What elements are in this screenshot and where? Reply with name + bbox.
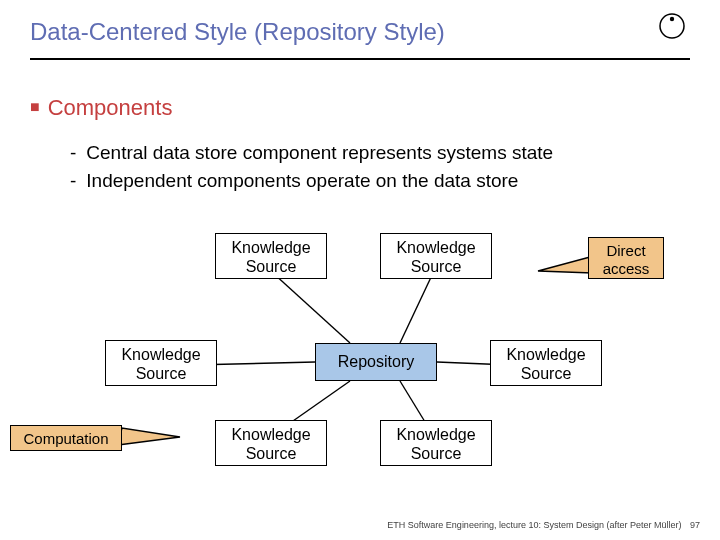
svg-point-1	[670, 17, 674, 21]
architecture-diagram: Knowledge Source Knowledge Source Knowle…	[60, 225, 660, 465]
box-label-line2: Source	[136, 365, 187, 382]
bullet-square-icon: ■	[30, 98, 40, 115]
section-heading: ■Components	[30, 95, 690, 121]
box-label-line1: Knowledge	[506, 346, 585, 363]
logo-icon	[658, 12, 686, 44]
box-label-line2: Source	[246, 445, 297, 462]
repository-label: Repository	[338, 353, 414, 370]
box-label-line1: Knowledge	[231, 426, 310, 443]
dash-icon: -	[70, 170, 76, 191]
box-label-line2: Source	[246, 258, 297, 275]
callout-computation: Computation	[10, 425, 122, 451]
slide-footer: ETH Software Engineering, lecture 10: Sy…	[387, 520, 700, 530]
svg-line-3	[400, 273, 433, 343]
callout-direct-access: Direct access	[588, 237, 664, 279]
title-bar: Data-Centered Style (Repository Style)	[30, 18, 690, 46]
sub-bullet-item: -Central data store component represents…	[70, 139, 690, 167]
sub-bullet-item: -Independent components operate on the d…	[70, 167, 690, 195]
slide-title: Data-Centered Style (Repository Style)	[30, 18, 690, 46]
content-area: ■Components -Central data store componen…	[30, 95, 690, 194]
footer-text: ETH Software Engineering, lecture 10: Sy…	[387, 520, 681, 530]
title-divider	[30, 58, 690, 60]
knowledge-source-box: Knowledge Source	[380, 233, 492, 279]
box-label-line1: Knowledge	[231, 239, 310, 256]
knowledge-source-box: Knowledge Source	[105, 340, 217, 386]
svg-marker-8	[538, 257, 592, 273]
callout-line1: Direct	[606, 242, 645, 259]
box-label-line1: Knowledge	[396, 239, 475, 256]
knowledge-source-box: Knowledge Source	[215, 420, 327, 466]
sub-bullet-list: -Central data store component represents…	[70, 139, 690, 194]
dash-icon: -	[70, 142, 76, 163]
sub-bullet-text: Independent components operate on the da…	[86, 170, 518, 191]
callout-line2: access	[603, 260, 650, 277]
svg-line-2	[273, 273, 350, 343]
box-label-line2: Source	[521, 365, 572, 382]
callout-text: Computation	[23, 430, 108, 447]
svg-marker-9	[118, 428, 180, 445]
repository-box: Repository	[315, 343, 437, 381]
box-label-line1: Knowledge	[121, 346, 200, 363]
section-heading-text: Components	[48, 95, 173, 120]
slide: Data-Centered Style (Repository Style) ■…	[0, 0, 720, 540]
box-label-line2: Source	[411, 445, 462, 462]
knowledge-source-box: Knowledge Source	[380, 420, 492, 466]
knowledge-source-box: Knowledge Source	[490, 340, 602, 386]
knowledge-source-box: Knowledge Source	[215, 233, 327, 279]
sub-bullet-text: Central data store component represents …	[86, 142, 553, 163]
box-label-line1: Knowledge	[396, 426, 475, 443]
box-label-line2: Source	[411, 258, 462, 275]
page-number: 97	[690, 520, 700, 530]
